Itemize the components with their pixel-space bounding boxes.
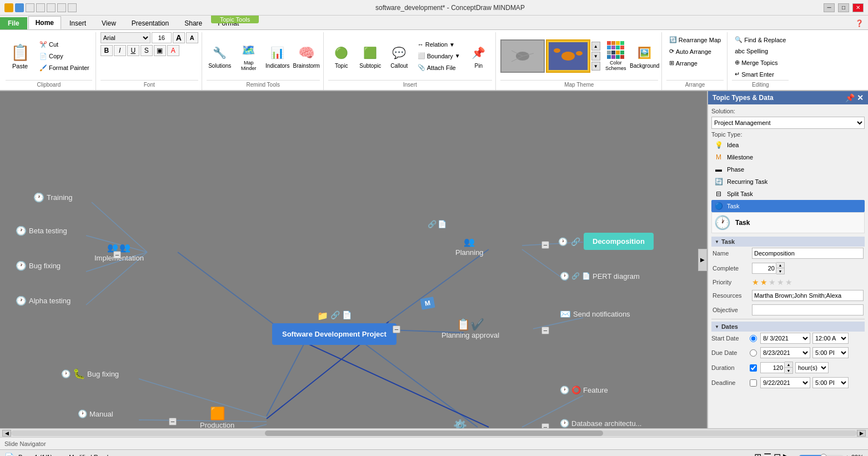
pert-node[interactable]: 🕐 🔗 📄 PERT diagram: [560, 272, 640, 280]
paste-button[interactable]: 📋 Paste: [6, 36, 34, 76]
star-3[interactable]: ★: [769, 278, 776, 287]
manual-node[interactable]: 🕐 Manual: [78, 409, 113, 418]
type-phase[interactable]: ▬ Phase: [711, 163, 865, 176]
collapse-btn-production[interactable]: ─: [169, 418, 177, 425]
star-4[interactable]: ★: [777, 278, 784, 287]
theme-scroll-down[interactable]: ▼: [591, 52, 600, 61]
star-5[interactable]: ★: [785, 278, 792, 287]
start-date-select[interactable]: 8/ 3/2021: [760, 333, 810, 344]
alpha-testing-node[interactable]: 🕐 Alpha testing: [16, 295, 71, 306]
start-date-radio[interactable]: [750, 335, 757, 342]
solutions-button[interactable]: 🔧 Solutions: [207, 36, 233, 76]
panel-pin-button[interactable]: 📌: [845, 93, 855, 102]
font-shrink-button[interactable]: A: [186, 32, 198, 43]
duration-up[interactable]: ▲: [785, 362, 792, 368]
complete-up[interactable]: ▲: [776, 263, 784, 268]
topic-button[interactable]: 🟢 Topic: [328, 36, 355, 76]
production-node[interactable]: 🟧 Production: [200, 407, 234, 428]
planning-approval-node[interactable]: 📋✔️ Planning approval: [441, 318, 499, 339]
complete-down[interactable]: ▼: [776, 268, 784, 274]
auto-arrange-button[interactable]: ⟳Auto Arrange: [666, 46, 714, 57]
complete-input[interactable]: [752, 263, 776, 274]
font-size-input[interactable]: [152, 32, 172, 43]
italic-button[interactable]: I: [114, 45, 126, 56]
tab-file[interactable]: File: [0, 17, 27, 29]
name-input[interactable]: [752, 248, 864, 259]
play-button[interactable]: ▶: [783, 452, 790, 456]
database-arch-node[interactable]: 🕐 Database architectu...: [560, 419, 641, 428]
decomposition-box[interactable]: Decomposition: [584, 233, 654, 250]
theme-scroll-up[interactable]: ▲: [591, 42, 600, 51]
find-replace-button[interactable]: 🔍Find & Replace: [732, 34, 789, 45]
main-node[interactable]: 📁 🔗 📄 Software Development Project: [272, 310, 397, 345]
duration-checkbox[interactable]: [750, 364, 757, 372]
collapse-btn-designing[interactable]: ─: [541, 423, 549, 428]
designing-node[interactable]: ⚙️ Designing: [444, 419, 476, 428]
beta-testing-node[interactable]: 🕐 Beta testing: [16, 226, 67, 236]
star-1[interactable]: ★: [752, 278, 759, 287]
tab-insert[interactable]: Insert: [62, 17, 93, 29]
tab-view[interactable]: View: [94, 17, 123, 29]
collapse-btn-planning-approval[interactable]: ─: [393, 325, 400, 333]
map-theme-preview-2[interactable]: [546, 39, 590, 73]
grid-view-button[interactable]: ⊞: [754, 452, 761, 456]
smart-enter-button[interactable]: ↵Smart Enter: [732, 69, 777, 79]
deadline-checkbox[interactable]: [750, 379, 757, 387]
zoom-out-button[interactable]: −: [793, 454, 796, 457]
duration-input[interactable]: [760, 362, 785, 373]
merge-topics-button[interactable]: ⊕Merge Topics: [732, 57, 780, 68]
zoom-in-button[interactable]: +: [846, 454, 849, 457]
duration-unit-select[interactable]: hour(s): [795, 362, 829, 373]
panel-close-button[interactable]: ✕: [857, 93, 864, 102]
zoom-slider-thumb[interactable]: [820, 454, 827, 457]
bug-fixing-1-node[interactable]: 🕐 Bug fixing: [16, 260, 61, 271]
pin-button[interactable]: 📌 Pin: [465, 36, 492, 76]
relation-button[interactable]: ↔️Relation▼: [415, 39, 463, 49]
duration-down[interactable]: ▼: [785, 368, 792, 373]
tab-home[interactable]: Home: [28, 16, 61, 29]
bug-fixing-2-node[interactable]: 🕐 🐛 Bug fixing: [61, 368, 119, 380]
bold-button[interactable]: B: [101, 45, 113, 56]
arrange-button[interactable]: ⊞Arrange: [666, 58, 700, 68]
attach-file-button[interactable]: 📎Attach File: [415, 62, 463, 73]
star-2[interactable]: ★: [760, 278, 767, 287]
planning-node[interactable]: 👥 Planning: [455, 237, 484, 257]
main-node-box[interactable]: Software Development Project: [272, 323, 397, 345]
collapse-btn-planning[interactable]: ─: [541, 241, 549, 249]
theme-expand[interactable]: ▼: [591, 62, 600, 71]
type-recurring-task[interactable]: 🔄 Recurring Task: [711, 176, 865, 188]
close-button[interactable]: ✕: [852, 3, 864, 12]
decomposition-node[interactable]: 🕐 🔗 Decomposition: [558, 233, 654, 250]
subtopic-button[interactable]: 🟩 Subtopic: [357, 36, 384, 76]
feature-node[interactable]: 🕐 ⭕ Feature: [560, 385, 608, 394]
map-minder-button[interactable]: 🗺️ Map Minder: [235, 36, 262, 76]
indicators-button[interactable]: 📊 Indicators: [264, 36, 291, 76]
type-milestone[interactable]: M Milestone: [711, 151, 865, 163]
font-color-button[interactable]: A: [167, 45, 179, 56]
solution-select[interactable]: Project Management: [711, 117, 865, 129]
h-scrollbar[interactable]: ◀ ▶: [0, 428, 868, 437]
collapse-btn-implementation[interactable]: ─: [113, 251, 121, 259]
tab-share[interactable]: Share: [177, 17, 209, 29]
cut-button[interactable]: ✂️Cut: [37, 39, 92, 50]
copy-button[interactable]: 📄Copy: [37, 51, 92, 62]
h-scroll-left[interactable]: ◀: [2, 430, 11, 437]
dates-section-header[interactable]: ▼ Dates: [711, 322, 865, 332]
tab-presentation[interactable]: Presentation: [124, 17, 176, 29]
panel-collapse-arrow[interactable]: ▶: [698, 249, 707, 271]
help-button[interactable]: ❓: [851, 17, 868, 29]
font-grow-button[interactable]: A: [173, 32, 185, 43]
send-notifications-node[interactable]: ✉️ Send notifications: [560, 309, 630, 319]
background-button[interactable]: 🖼️ Background: [631, 36, 658, 76]
type-split-task[interactable]: ⊟ Split Task: [711, 188, 865, 200]
due-date-radio[interactable]: [750, 349, 757, 357]
due-time-select[interactable]: 5:00 PI: [812, 347, 849, 358]
split-view-button[interactable]: ⊟: [774, 452, 781, 456]
callout-button[interactable]: 💬 Callout: [386, 36, 413, 76]
map-theme-preview-1[interactable]: [500, 39, 545, 73]
font-family-select[interactable]: Arial: [101, 32, 150, 43]
color-schemes-button[interactable]: Color Schemes: [603, 36, 629, 76]
deadline-time-select[interactable]: 5:00 PI: [812, 377, 849, 388]
resources-input[interactable]: [752, 290, 864, 301]
underline-button[interactable]: U: [127, 45, 139, 56]
